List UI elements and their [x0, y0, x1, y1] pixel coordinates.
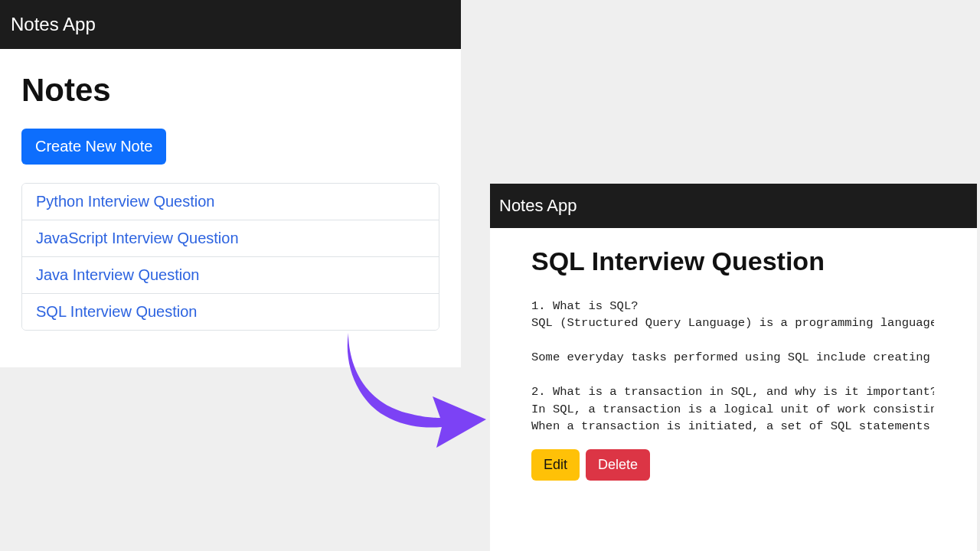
note-list-item[interactable]: JavaScript Interview Question [22, 220, 439, 257]
note-title: SQL Interview Question [531, 246, 936, 276]
app-title: Notes App [11, 14, 96, 34]
note-list-item[interactable]: SQL Interview Question [22, 294, 439, 330]
delete-button[interactable]: Delete [586, 449, 650, 481]
note-detail-content: SQL Interview Question 1. What is SQL? S… [490, 228, 977, 499]
app-header-left: Notes App [0, 0, 461, 49]
note-list-item[interactable]: Java Interview Question [22, 257, 439, 294]
create-note-button[interactable]: Create New Note [21, 129, 166, 165]
note-detail-window: Notes App SQL Interview Question 1. What… [490, 184, 977, 551]
app-header-right: Notes App [490, 184, 977, 228]
notes-list-window: Notes App Notes Create New Note Python I… [0, 0, 461, 367]
app-title: Notes App [499, 196, 577, 215]
edit-button[interactable]: Edit [531, 449, 580, 481]
note-list-item[interactable]: Python Interview Question [22, 184, 439, 220]
notes-list-content: Notes Create New Note Python Interview Q… [0, 49, 461, 354]
page-title: Notes [21, 72, 439, 109]
note-actions: Edit Delete [531, 449, 936, 481]
note-body[interactable]: 1. What is SQL? SQL (Structured Query La… [531, 298, 934, 439]
note-list: Python Interview Question JavaScript Int… [21, 183, 439, 331]
